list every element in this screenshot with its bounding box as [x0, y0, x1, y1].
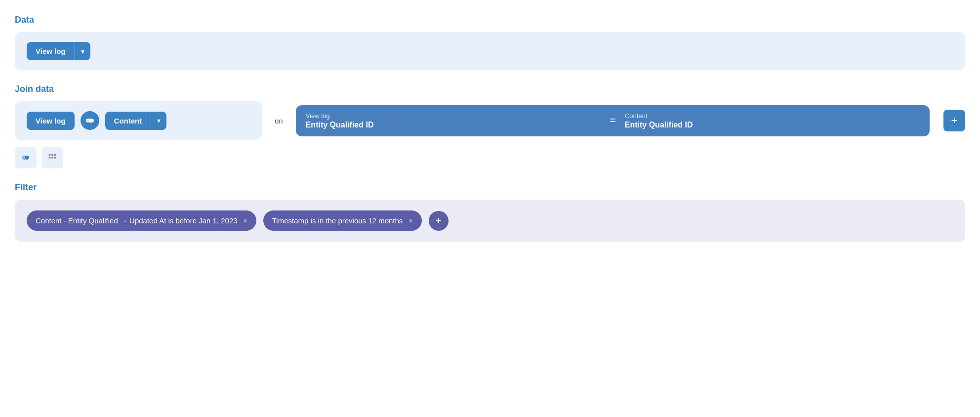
data-viewlog-dropdown[interactable]: ▾	[75, 42, 90, 60]
join-left-box: View log Content ▾	[15, 101, 262, 140]
icons-row	[15, 147, 965, 168]
equals-sign: =	[610, 114, 616, 127]
filter-box: Content - Entity Qualified → Updated At …	[15, 200, 965, 242]
join-content-button[interactable]: Content	[105, 112, 151, 130]
join-right-field-name: Entity Qualified ID	[625, 121, 920, 129]
join-add-button[interactable]: +	[943, 110, 965, 131]
data-section-label: Data	[15, 15, 965, 25]
join-data-row: View log Content ▾ on	[15, 101, 965, 140]
toggle-icon-box[interactable]	[15, 147, 37, 168]
filter-chip-close-0[interactable]: ×	[244, 217, 247, 224]
filter-chip-text-0: Content - Entity Qualified → Updated At …	[36, 216, 238, 225]
svg-rect-13	[51, 157, 53, 159]
chevron-down-icon: ▾	[157, 117, 161, 125]
filter-section-label: Filter	[15, 182, 965, 193]
toggle-switch-icon	[84, 115, 95, 126]
grid-icon-box[interactable]	[41, 147, 63, 168]
join-left-source: View log	[306, 112, 601, 120]
join-right-field: Content Entity Qualified ID	[625, 112, 920, 129]
svg-rect-11	[54, 154, 56, 156]
filter-chip-1[interactable]: Timestamp is in the previous 12 months ×	[263, 210, 422, 231]
join-content-dropdown[interactable]: ▾	[151, 112, 166, 130]
toggle-icon	[20, 152, 31, 163]
filter-section: Filter Content - Entity Qualified → Upda…	[15, 182, 965, 242]
join-left-field-name: Entity Qualified ID	[306, 121, 601, 129]
grid-icon	[47, 152, 58, 163]
svg-point-4	[89, 119, 93, 123]
svg-rect-10	[51, 154, 53, 156]
data-row-box: View log ▾	[15, 32, 965, 70]
join-content-btn-group: Content ▾	[105, 112, 167, 130]
join-viewlog-button[interactable]: View log	[27, 112, 75, 130]
data-section: Data View log ▾	[15, 15, 965, 70]
svg-rect-9	[49, 154, 51, 156]
filter-chip-text-1: Timestamp is in the previous 12 months	[272, 216, 403, 225]
join-viewlog-btn-group: View log	[27, 112, 75, 130]
join-right-source: Content	[625, 112, 920, 120]
join-data-section-label: Join data	[15, 84, 965, 94]
join-toggle-icon[interactable]	[81, 111, 99, 130]
filter-chip-close-1[interactable]: ×	[408, 217, 412, 224]
data-viewlog-button[interactable]: View log	[27, 42, 75, 60]
svg-rect-14	[54, 157, 56, 159]
join-left-field: View log Entity Qualified ID	[306, 112, 601, 129]
join-data-section: Join data View log Content ▾	[15, 84, 965, 168]
data-viewlog-btn-group: View log ▾	[27, 42, 90, 60]
filter-add-button[interactable]: +	[429, 211, 449, 231]
join-condition-box[interactable]: View log Entity Qualified ID = Content E…	[296, 105, 930, 136]
svg-rect-12	[49, 157, 51, 159]
filter-chip-0[interactable]: Content - Entity Qualified → Updated At …	[27, 210, 256, 231]
chevron-down-icon: ▾	[81, 47, 84, 55]
on-label: on	[275, 117, 283, 125]
